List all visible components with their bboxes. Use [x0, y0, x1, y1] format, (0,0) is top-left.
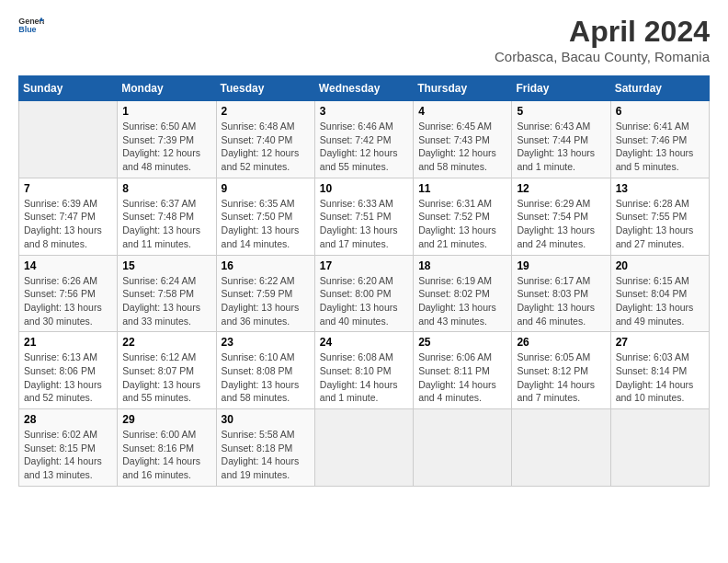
- calendar-cell: 27Sunrise: 6:03 AM Sunset: 8:14 PM Dayli…: [610, 332, 709, 409]
- day-number: 17: [320, 259, 408, 272]
- day-number: 27: [616, 336, 704, 349]
- calendar-cell: 9Sunrise: 6:35 AM Sunset: 7:50 PM Daylig…: [216, 178, 314, 255]
- calendar-header-thursday: Thursday: [414, 76, 512, 101]
- day-info: Sunrise: 6:03 AM Sunset: 8:14 PM Dayligh…: [616, 350, 704, 405]
- day-number: 1: [122, 105, 210, 118]
- calendar-header-saturday: Saturday: [610, 76, 709, 101]
- day-info: Sunrise: 6:28 AM Sunset: 7:55 PM Dayligh…: [616, 197, 704, 251]
- calendar-cell: 6Sunrise: 6:41 AM Sunset: 7:46 PM Daylig…: [610, 101, 709, 178]
- calendar-header-wednesday: Wednesday: [314, 76, 413, 101]
- day-info: Sunrise: 6:17 AM Sunset: 8:03 PM Dayligh…: [517, 274, 605, 328]
- day-info: Sunrise: 6:39 AM Sunset: 7:47 PM Dayligh…: [24, 197, 112, 251]
- logo: General Blue: [18, 15, 44, 35]
- calendar-cell: 24Sunrise: 6:08 AM Sunset: 8:10 PM Dayli…: [314, 332, 413, 409]
- day-info: Sunrise: 6:46 AM Sunset: 7:42 PM Dayligh…: [320, 120, 408, 174]
- calendar-cell: 16Sunrise: 6:22 AM Sunset: 7:59 PM Dayli…: [216, 255, 314, 332]
- day-info: Sunrise: 6:43 AM Sunset: 7:44 PM Dayligh…: [517, 120, 605, 174]
- page-header: General Blue April 2024 Corbasca, Bacau …: [18, 15, 710, 64]
- day-number: 12: [517, 182, 605, 195]
- calendar-cell: 26Sunrise: 6:05 AM Sunset: 8:12 PM Dayli…: [512, 332, 610, 409]
- calendar-cell: 29Sunrise: 6:00 AM Sunset: 8:16 PM Dayli…: [118, 409, 216, 487]
- day-number: 6: [616, 105, 704, 118]
- calendar-cell: [610, 409, 709, 487]
- calendar-header-sunday: Sunday: [19, 76, 118, 101]
- day-number: 11: [418, 182, 506, 195]
- day-number: 10: [320, 182, 408, 195]
- calendar-cell: 10Sunrise: 6:33 AM Sunset: 7:51 PM Dayli…: [314, 178, 413, 255]
- calendar-week-row: 7Sunrise: 6:39 AM Sunset: 7:47 PM Daylig…: [19, 178, 710, 255]
- day-number: 7: [24, 182, 112, 195]
- calendar-week-row: 21Sunrise: 6:13 AM Sunset: 8:06 PM Dayli…: [19, 332, 710, 409]
- day-info: Sunrise: 6:02 AM Sunset: 8:15 PM Dayligh…: [24, 428, 112, 482]
- calendar-cell: 13Sunrise: 6:28 AM Sunset: 7:55 PM Dayli…: [610, 178, 709, 255]
- calendar-header-monday: Monday: [118, 76, 216, 101]
- svg-text:Blue: Blue: [18, 25, 36, 34]
- day-number: 9: [222, 182, 310, 195]
- day-info: Sunrise: 6:45 AM Sunset: 7:43 PM Dayligh…: [418, 120, 506, 174]
- calendar-cell: 11Sunrise: 6:31 AM Sunset: 7:52 PM Dayli…: [414, 178, 512, 255]
- calendar-cell: [414, 409, 512, 487]
- day-number: 25: [418, 336, 506, 349]
- day-number: 30: [222, 413, 310, 426]
- calendar-cell: 5Sunrise: 6:43 AM Sunset: 7:44 PM Daylig…: [512, 101, 610, 178]
- day-info: Sunrise: 6:13 AM Sunset: 8:06 PM Dayligh…: [24, 350, 112, 405]
- day-info: Sunrise: 6:41 AM Sunset: 7:46 PM Dayligh…: [616, 120, 704, 174]
- day-info: Sunrise: 6:48 AM Sunset: 7:40 PM Dayligh…: [222, 120, 310, 174]
- day-info: Sunrise: 6:06 AM Sunset: 8:11 PM Dayligh…: [418, 350, 506, 405]
- day-info: Sunrise: 6:00 AM Sunset: 8:16 PM Dayligh…: [122, 428, 210, 482]
- day-number: 4: [418, 105, 506, 118]
- day-number: 15: [122, 259, 210, 272]
- day-number: 23: [222, 336, 310, 349]
- calendar-cell: 28Sunrise: 6:02 AM Sunset: 8:15 PM Dayli…: [19, 409, 118, 487]
- day-info: Sunrise: 6:31 AM Sunset: 7:52 PM Dayligh…: [418, 197, 506, 251]
- calendar-cell: 18Sunrise: 6:19 AM Sunset: 8:02 PM Dayli…: [414, 255, 512, 332]
- calendar-cell: [19, 101, 118, 178]
- calendar-header-friday: Friday: [512, 76, 610, 101]
- calendar-week-row: 14Sunrise: 6:26 AM Sunset: 7:56 PM Dayli…: [19, 255, 710, 332]
- day-info: Sunrise: 6:12 AM Sunset: 8:07 PM Dayligh…: [122, 350, 210, 405]
- day-info: Sunrise: 6:22 AM Sunset: 7:59 PM Dayligh…: [222, 274, 310, 328]
- day-number: 5: [517, 105, 605, 118]
- calendar-cell: 4Sunrise: 6:45 AM Sunset: 7:43 PM Daylig…: [414, 101, 512, 178]
- day-number: 20: [616, 259, 704, 272]
- day-number: 29: [122, 413, 210, 426]
- calendar-cell: 14Sunrise: 6:26 AM Sunset: 7:56 PM Dayli…: [19, 255, 118, 332]
- calendar-cell: 22Sunrise: 6:12 AM Sunset: 8:07 PM Dayli…: [118, 332, 216, 409]
- day-number: 13: [616, 182, 704, 195]
- day-number: 2: [222, 105, 310, 118]
- calendar-cell: [512, 409, 610, 487]
- calendar-header-tuesday: Tuesday: [216, 76, 314, 101]
- day-info: Sunrise: 6:08 AM Sunset: 8:10 PM Dayligh…: [320, 350, 408, 405]
- calendar-cell: 2Sunrise: 6:48 AM Sunset: 7:40 PM Daylig…: [216, 101, 314, 178]
- location-title: Corbasca, Bacau County, Romania: [495, 49, 710, 64]
- calendar-cell: 12Sunrise: 6:29 AM Sunset: 7:54 PM Dayli…: [512, 178, 610, 255]
- calendar-cell: 8Sunrise: 6:37 AM Sunset: 7:48 PM Daylig…: [118, 178, 216, 255]
- day-info: Sunrise: 6:50 AM Sunset: 7:39 PM Dayligh…: [122, 120, 210, 174]
- calendar-week-row: 1Sunrise: 6:50 AM Sunset: 7:39 PM Daylig…: [19, 101, 710, 178]
- day-info: Sunrise: 6:35 AM Sunset: 7:50 PM Dayligh…: [222, 197, 310, 251]
- calendar-cell: 21Sunrise: 6:13 AM Sunset: 8:06 PM Dayli…: [19, 332, 118, 409]
- day-info: Sunrise: 6:37 AM Sunset: 7:48 PM Dayligh…: [122, 197, 210, 251]
- day-number: 8: [122, 182, 210, 195]
- calendar-header-row: SundayMondayTuesdayWednesdayThursdayFrid…: [19, 76, 710, 101]
- day-number: 22: [122, 336, 210, 349]
- day-number: 21: [24, 336, 112, 349]
- calendar-cell: 7Sunrise: 6:39 AM Sunset: 7:47 PM Daylig…: [19, 178, 118, 255]
- calendar-cell: 23Sunrise: 6:10 AM Sunset: 8:08 PM Dayli…: [216, 332, 314, 409]
- day-info: Sunrise: 6:05 AM Sunset: 8:12 PM Dayligh…: [517, 350, 605, 405]
- calendar-cell: 17Sunrise: 6:20 AM Sunset: 8:00 PM Dayli…: [314, 255, 413, 332]
- day-number: 26: [517, 336, 605, 349]
- day-number: 19: [517, 259, 605, 272]
- day-info: Sunrise: 6:24 AM Sunset: 7:58 PM Dayligh…: [122, 274, 210, 328]
- day-info: Sunrise: 6:10 AM Sunset: 8:08 PM Dayligh…: [222, 350, 310, 405]
- calendar-cell: 15Sunrise: 6:24 AM Sunset: 7:58 PM Dayli…: [118, 255, 216, 332]
- calendar-cell: 25Sunrise: 6:06 AM Sunset: 8:11 PM Dayli…: [414, 332, 512, 409]
- day-number: 3: [320, 105, 408, 118]
- calendar-cell: [314, 409, 413, 487]
- calendar-cell: 1Sunrise: 6:50 AM Sunset: 7:39 PM Daylig…: [118, 101, 216, 178]
- logo-icon: General Blue: [18, 15, 44, 35]
- day-number: 14: [24, 259, 112, 272]
- calendar-week-row: 28Sunrise: 6:02 AM Sunset: 8:15 PM Dayli…: [19, 409, 710, 487]
- calendar-cell: 20Sunrise: 6:15 AM Sunset: 8:04 PM Dayli…: [610, 255, 709, 332]
- day-info: Sunrise: 6:19 AM Sunset: 8:02 PM Dayligh…: [418, 274, 506, 328]
